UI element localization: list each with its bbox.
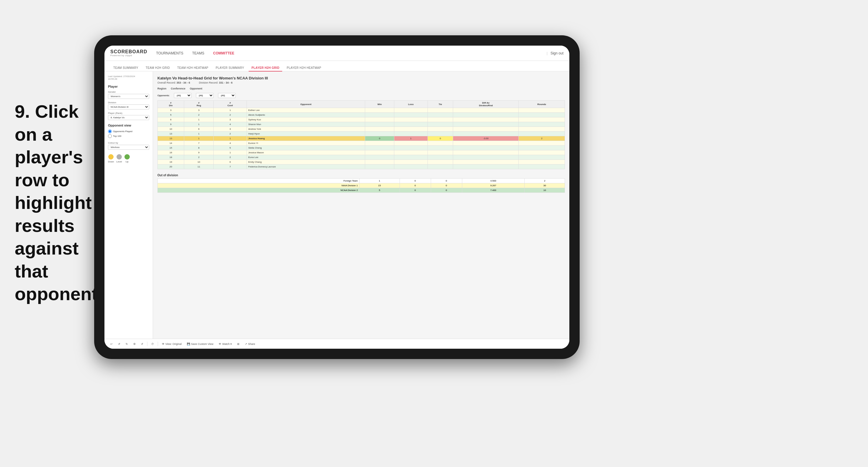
cell-loss bbox=[394, 146, 428, 150]
cell-diff bbox=[453, 141, 519, 146]
tab-player-summary[interactable]: PLAYER SUMMARY bbox=[213, 65, 247, 71]
cell-conf: 2 bbox=[214, 131, 247, 136]
cell-div: 19 bbox=[158, 160, 184, 164]
tab-team-summary[interactable]: TEAM SUMMARY bbox=[110, 65, 141, 71]
ood-rounds: 2 bbox=[525, 179, 565, 183]
ood-row[interactable]: NAIA Division 1 15 0 0 9.267 30 bbox=[158, 183, 565, 188]
cell-rounds bbox=[519, 113, 565, 117]
table-row[interactable]: 3 3 1 Esther Lee bbox=[158, 108, 565, 113]
cell-tie bbox=[428, 108, 453, 113]
tool-button[interactable]: ⚙ bbox=[132, 342, 137, 346]
colour-by-select[interactable]: Win/loss bbox=[108, 145, 149, 150]
ood-row[interactable]: NCAA Division 2 5 0 0 7.400 10 bbox=[158, 188, 565, 193]
cell-loss bbox=[394, 117, 428, 122]
division-select[interactable]: NCAA Division III bbox=[108, 104, 149, 110]
cell-diff bbox=[453, 117, 519, 122]
cell-diff bbox=[453, 160, 519, 164]
nav-teams[interactable]: TEAMS bbox=[192, 50, 204, 57]
player-rank-select[interactable]: 8. Katelyn Vo bbox=[108, 115, 149, 120]
table-row[interactable]: 13 1 1 Jessica Huang 0 1 0 -3.00 2 bbox=[158, 136, 565, 141]
player-section-title: Player bbox=[108, 85, 149, 88]
cell-name: Eunice Yi bbox=[247, 141, 365, 146]
table-row[interactable]: 9 1 4 Sharon Mun bbox=[158, 122, 565, 127]
player-rank-label: Player (Rank) bbox=[108, 112, 149, 115]
table-row[interactable]: 13 1 2 Haeji Hyun bbox=[158, 131, 565, 136]
tab-player-h2h-heatmap[interactable]: PLAYER H2H HEATMAP bbox=[284, 65, 324, 71]
undo2-button[interactable]: ↺ bbox=[117, 342, 122, 346]
ood-tie: 0 bbox=[431, 183, 462, 188]
table-row[interactable]: 18 2 2 Euna Lee bbox=[158, 155, 565, 160]
tab-player-h2h-grid[interactable]: PLAYER H2H GRID bbox=[249, 65, 282, 71]
colour-by-group: Colour by Win/loss bbox=[108, 142, 149, 150]
cell-diff bbox=[453, 150, 519, 155]
cell-rounds bbox=[519, 108, 565, 113]
cell-diff bbox=[453, 131, 519, 136]
save-custom-button[interactable]: 💾 Save Custom View bbox=[185, 342, 215, 346]
opponent-view-radios: Opponents Played Top 100 bbox=[108, 129, 149, 138]
gender-label: Gender bbox=[108, 91, 149, 93]
ood-diff: 4.500 bbox=[462, 179, 525, 183]
undo-button[interactable]: ↩ bbox=[109, 342, 114, 346]
cell-win bbox=[365, 146, 394, 150]
table-row[interactable]: 19 10 6 Emily Chang bbox=[158, 160, 565, 164]
region-select[interactable]: (All) bbox=[174, 93, 191, 98]
cell-rounds: 2 bbox=[519, 136, 565, 141]
cell-div: 15 bbox=[158, 146, 184, 150]
cell-name: Esther Lee bbox=[247, 108, 365, 113]
bottom-toolbar: ↩ ↺ ↻ ⚙ ↺ ⏱ 👁 View: Original 💾 Save Cust… bbox=[104, 339, 569, 349]
cell-diff bbox=[453, 113, 519, 117]
nav-right: | Sign out bbox=[547, 50, 563, 57]
cell-name: Jessica Huang bbox=[247, 136, 365, 141]
cell-loss bbox=[394, 150, 428, 155]
cell-name: Haeji Hyun bbox=[247, 131, 365, 136]
radio-opponents-played[interactable]: Opponents Played bbox=[108, 129, 149, 133]
cell-div: 13 bbox=[158, 136, 184, 141]
table-row[interactable]: 14 7 4 Eunice Yi bbox=[158, 141, 565, 146]
cell-div: 14 bbox=[158, 141, 184, 146]
tab-team-h2h-heatmap[interactable]: TEAM H2H HEATMAP bbox=[174, 65, 211, 71]
redo-button[interactable]: ↻ bbox=[124, 342, 129, 346]
cell-tie bbox=[428, 117, 453, 122]
cell-win bbox=[365, 164, 394, 169]
reset-button[interactable]: ↺ bbox=[140, 342, 145, 346]
cell-conf: 4 bbox=[214, 122, 247, 127]
table-row[interactable]: 16 9 1 Jessica Mason bbox=[158, 150, 565, 155]
col-div: #Div bbox=[158, 101, 184, 108]
clock-button[interactable]: ⏱ bbox=[150, 342, 155, 346]
cell-name: Jessica Mason bbox=[247, 150, 365, 155]
ood-loss: 0 bbox=[400, 183, 431, 188]
watch-button[interactable]: 👁 Watch ▾ bbox=[217, 342, 233, 346]
cell-div: 6 bbox=[158, 117, 184, 122]
sign-out-link[interactable]: Sign out bbox=[551, 50, 563, 57]
cell-win bbox=[365, 160, 394, 164]
ood-row[interactable]: Foreign Team 1 0 0 4.500 2 bbox=[158, 179, 565, 183]
opponent-select[interactable]: (All) bbox=[218, 93, 236, 98]
cell-rounds bbox=[519, 122, 565, 127]
layout-button[interactable]: ⊞ bbox=[236, 342, 241, 346]
cell-conf: 3 bbox=[214, 127, 247, 131]
table-row[interactable]: 10 6 3 Andrea York bbox=[158, 127, 565, 131]
annotation-text: 9. Click on a player's row to highlight … bbox=[15, 100, 97, 306]
legend: Down Level Up bbox=[108, 154, 149, 163]
radio-top-100[interactable]: Top 100 bbox=[108, 134, 149, 138]
share-button[interactable]: ↗ Share bbox=[243, 342, 256, 346]
table-row[interactable]: 20 11 7 Federica Domecq Lacroze bbox=[158, 164, 565, 169]
conference-select[interactable]: (All) bbox=[196, 93, 214, 98]
view-original-button[interactable]: 👁 View: Original bbox=[160, 342, 183, 346]
cell-diff bbox=[453, 155, 519, 160]
cell-tie bbox=[428, 113, 453, 117]
cell-div: 5 bbox=[158, 113, 184, 117]
table-row[interactable]: 15 8 5 Stella Cheng bbox=[158, 146, 565, 150]
col-conf: #Conf bbox=[214, 101, 247, 108]
ood-name: Foreign Team bbox=[158, 179, 360, 183]
gender-select[interactable]: Women's bbox=[108, 94, 149, 99]
table-row[interactable]: 6 1 3 Sydney Kuo bbox=[158, 117, 565, 122]
nav-committee[interactable]: COMMITTEE bbox=[213, 50, 234, 57]
cell-rounds bbox=[519, 146, 565, 150]
watch-icon: 👁 bbox=[219, 343, 221, 345]
cell-div: 9 bbox=[158, 122, 184, 127]
ood-rounds: 10 bbox=[525, 188, 565, 193]
table-row[interactable]: 5 2 2 Alexis Sudjianto bbox=[158, 113, 565, 117]
nav-tournaments[interactable]: TOURNAMENTS bbox=[156, 50, 183, 57]
tab-team-h2h-grid[interactable]: TEAM H2H GRID bbox=[143, 65, 173, 71]
